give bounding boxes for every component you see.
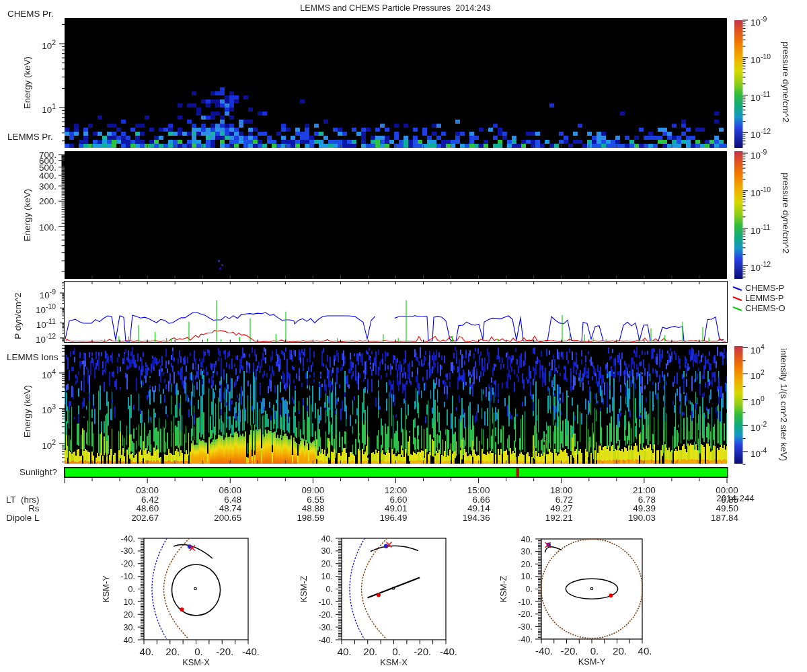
svg-text:192.21: 192.21 bbox=[545, 513, 573, 523]
svg-text:LEMMS and CHEMS Particle Press: LEMMS and CHEMS Particle Pressures 2014:… bbox=[300, 3, 490, 13]
svg-text:10-12: 10-12 bbox=[36, 333, 56, 345]
svg-text:Sunlight?: Sunlight? bbox=[20, 467, 57, 477]
svg-text:187.84: 187.84 bbox=[711, 513, 739, 523]
svg-text:0.: 0. bbox=[392, 646, 401, 657]
svg-text:20.: 20. bbox=[613, 645, 627, 657]
svg-text:-10.: -10. bbox=[120, 572, 135, 581]
svg-text:40.: 40. bbox=[321, 534, 333, 544]
svg-text:10-12: 10-12 bbox=[751, 261, 771, 273]
svg-text:100: 100 bbox=[751, 395, 765, 407]
svg-text:103: 103 bbox=[42, 403, 56, 415]
svg-text:10-12: 10-12 bbox=[751, 128, 771, 140]
svg-text:KSM-X: KSM-X bbox=[182, 657, 210, 667]
svg-text:10.: 10. bbox=[124, 597, 135, 607]
svg-text:06:00: 06:00 bbox=[219, 485, 241, 495]
svg-text:49.39: 49.39 bbox=[633, 503, 656, 513]
svg-text:202.67: 202.67 bbox=[131, 513, 159, 523]
svg-text:200.65: 200.65 bbox=[214, 513, 241, 523]
svg-text:40.: 40. bbox=[638, 645, 652, 657]
svg-text:-40.: -40. bbox=[535, 645, 553, 657]
svg-text:Dipole L: Dipole L bbox=[6, 513, 39, 523]
svg-text:Energy (keV): Energy (keV) bbox=[22, 385, 32, 437]
svg-text:104: 104 bbox=[42, 368, 56, 380]
svg-text:10-4: 10-4 bbox=[751, 447, 767, 459]
svg-text:102: 102 bbox=[42, 439, 56, 451]
svg-text:10-10: 10-10 bbox=[36, 303, 56, 315]
svg-text:48.74: 48.74 bbox=[219, 503, 242, 513]
svg-text:KSM-Z: KSM-Z bbox=[299, 575, 309, 602]
svg-text:03:00: 03:00 bbox=[136, 485, 159, 495]
svg-text:Energy (keV): Energy (keV) bbox=[22, 189, 32, 241]
svg-text:49.14: 49.14 bbox=[467, 503, 490, 513]
svg-text:CHEMS Pr.: CHEMS Pr. bbox=[7, 9, 53, 19]
svg-text:102: 102 bbox=[42, 39, 56, 51]
svg-text:18:00: 18:00 bbox=[550, 485, 573, 495]
svg-text:10-2: 10-2 bbox=[751, 421, 767, 433]
svg-text:09:00: 09:00 bbox=[302, 485, 325, 495]
svg-text:104: 104 bbox=[751, 343, 765, 355]
svg-text:20.: 20. bbox=[521, 560, 533, 569]
svg-text:10-11: 10-11 bbox=[36, 318, 56, 330]
svg-text:-10.: -10. bbox=[518, 597, 533, 607]
svg-text:0.: 0. bbox=[590, 645, 599, 657]
svg-text:-20.: -20. bbox=[120, 559, 135, 569]
svg-text:0.: 0. bbox=[194, 646, 203, 657]
svg-text:30.: 30. bbox=[321, 546, 333, 556]
svg-text:10.: 10. bbox=[521, 572, 533, 581]
svg-text:-20.: -20. bbox=[414, 646, 431, 657]
svg-text:200.: 200. bbox=[39, 196, 56, 206]
svg-text:-30.: -30. bbox=[318, 623, 333, 632]
svg-text:100.: 100. bbox=[39, 222, 56, 233]
svg-text:49.50: 49.50 bbox=[716, 503, 738, 513]
svg-text:48.60: 48.60 bbox=[137, 503, 159, 513]
svg-text:CHEMS-O: CHEMS-O bbox=[745, 304, 785, 313]
svg-text:10-10: 10-10 bbox=[751, 186, 771, 198]
svg-text:20.: 20. bbox=[124, 610, 135, 620]
svg-text:KSM-Y: KSM-Y bbox=[101, 575, 111, 603]
svg-text:700.: 700. bbox=[39, 150, 56, 160]
svg-text:pressure dyne/cm^2: pressure dyne/cm^2 bbox=[781, 42, 791, 122]
svg-text:P dyn/cm^2: P dyn/cm^2 bbox=[13, 292, 23, 339]
svg-text:10-10: 10-10 bbox=[751, 53, 771, 65]
svg-text:20.: 20. bbox=[363, 646, 377, 657]
svg-text:-40.: -40. bbox=[120, 534, 135, 544]
svg-text:49.01: 49.01 bbox=[385, 503, 408, 513]
svg-text:0.: 0. bbox=[526, 585, 533, 594]
svg-text:20.: 20. bbox=[321, 559, 333, 569]
svg-text:48.88: 48.88 bbox=[302, 503, 325, 513]
svg-text:KSM-X: KSM-X bbox=[380, 657, 408, 667]
svg-text:10-11: 10-11 bbox=[751, 224, 770, 236]
svg-text:15:00: 15:00 bbox=[467, 485, 490, 495]
svg-text:-30.: -30. bbox=[120, 546, 135, 556]
svg-text:10.: 10. bbox=[321, 572, 333, 581]
svg-text:190.03: 190.03 bbox=[628, 513, 656, 523]
svg-text:40.: 40. bbox=[139, 646, 153, 657]
svg-text:-40.: -40. bbox=[440, 646, 457, 657]
svg-text:40.: 40. bbox=[521, 535, 533, 544]
svg-text:-20.: -20. bbox=[318, 610, 333, 620]
svg-text:102: 102 bbox=[751, 369, 765, 381]
svg-text:-40.: -40. bbox=[518, 635, 533, 644]
svg-text:21:00: 21:00 bbox=[633, 485, 656, 495]
svg-text:pressure dyne/cm^2: pressure dyne/cm^2 bbox=[781, 173, 791, 253]
svg-text:LEMMS Ions: LEMMS Ions bbox=[7, 352, 59, 362]
svg-text:-40.: -40. bbox=[318, 636, 333, 645]
svg-text:12:00: 12:00 bbox=[385, 485, 408, 495]
svg-text:KSM-Y: KSM-Y bbox=[578, 657, 606, 667]
svg-text:-40.: -40. bbox=[242, 646, 260, 657]
svg-text:intensity 1/(s cm^2 ster keV): intensity 1/(s cm^2 ster keV) bbox=[779, 348, 789, 461]
svg-text:30.: 30. bbox=[521, 547, 533, 556]
svg-text:-20.: -20. bbox=[560, 645, 578, 657]
svg-text:-20.: -20. bbox=[518, 610, 533, 619]
svg-text:194.36: 194.36 bbox=[463, 513, 490, 523]
svg-text:LEMMS Pr.: LEMMS Pr. bbox=[7, 132, 53, 142]
svg-text:40.: 40. bbox=[337, 646, 351, 657]
svg-text:LEMMS-P: LEMMS-P bbox=[745, 294, 783, 303]
svg-text:40.: 40. bbox=[124, 636, 135, 645]
svg-text:30.: 30. bbox=[124, 623, 135, 632]
svg-text:2014-244: 2014-244 bbox=[716, 493, 755, 503]
svg-text:49.27: 49.27 bbox=[550, 503, 573, 513]
svg-text:CHEMS-P: CHEMS-P bbox=[745, 284, 784, 293]
svg-text:20.: 20. bbox=[165, 646, 180, 657]
svg-text:198.59: 198.59 bbox=[297, 513, 324, 523]
